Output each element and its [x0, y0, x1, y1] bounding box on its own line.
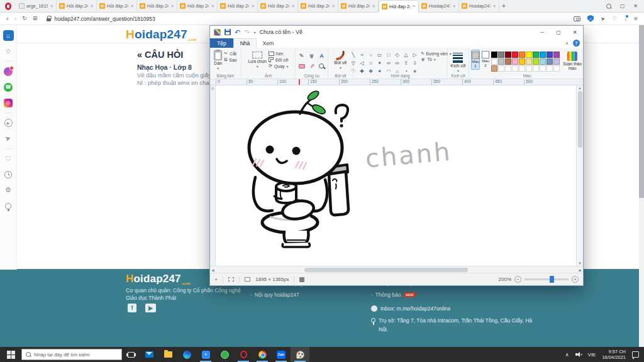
- close-button[interactable]: ✕: [567, 26, 583, 38]
- tab-view[interactable]: Xem: [257, 38, 280, 48]
- shape-icon[interactable]: ≈: [358, 51, 366, 58]
- fill-button[interactable]: Tô▾: [421, 57, 452, 62]
- fill-tool[interactable]: [308, 52, 316, 60]
- vpn-shield-icon[interactable]: ✓: [587, 15, 594, 22]
- collapse-ribbon-icon[interactable]: ∧: [565, 41, 569, 46]
- tab-close-icon[interactable]: ✕: [493, 4, 496, 9]
- taskbar-app-coccoc[interactable]: [215, 347, 234, 362]
- sidebar-whatsapp[interactable]: ☎: [0, 79, 17, 95]
- palette-color[interactable]: [526, 58, 532, 65]
- back-arrows[interactable]: «: [137, 50, 142, 60]
- taskbar-app-edge[interactable]: [177, 347, 196, 362]
- color1-button[interactable]: Màu 1: [471, 50, 480, 70]
- tray-expand-icon[interactable]: ∧: [565, 352, 569, 358]
- palette-color[interactable]: [547, 65, 553, 72]
- sidebar-home[interactable]: ⌂: [0, 28, 17, 43]
- shape-icon[interactable]: ╲: [349, 51, 357, 58]
- palette-color[interactable]: [553, 65, 560, 72]
- color-picker-tool[interactable]: ✎: [308, 62, 316, 70]
- bookmark-heart-icon[interactable]: ♡: [613, 16, 618, 22]
- zoom-slider[interactable]: [525, 278, 569, 280]
- tab-close-icon[interactable]: ✕: [211, 4, 214, 9]
- new-tab-button[interactable]: +: [499, 0, 512, 13]
- start-button[interactable]: [0, 347, 21, 362]
- browser-menu-icon[interactable]: ≡: [634, 15, 638, 22]
- window-close-icon[interactable]: ✕: [633, 3, 638, 9]
- browser-tab[interactable]: H Hoidap247.com ✕: [419, 0, 459, 13]
- select-button[interactable]: Lựa chọn▾: [248, 50, 267, 69]
- browser-tab[interactable]: H Hỏi đáp 247 - b... ✕: [137, 0, 177, 13]
- taskbar-app-chrome[interactable]: [253, 347, 272, 362]
- snapshot-icon[interactable]: [574, 16, 580, 21]
- sidebar-player[interactable]: ▶: [0, 115, 17, 131]
- scroll-down-icon[interactable]: ▼: [578, 261, 582, 265]
- maximize-button[interactable]: ▢: [550, 26, 567, 38]
- palette-color[interactable]: [491, 65, 497, 72]
- scroll-left-icon[interactable]: ◀: [211, 268, 214, 272]
- undo-icon[interactable]: ↶: [235, 28, 240, 36]
- shape-icon[interactable]: ▽: [349, 59, 357, 67]
- resize-button[interactable]: Đổi cỡ: [269, 57, 289, 62]
- sidebar-messenger[interactable]: [0, 63, 17, 79]
- palette-color[interactable]: [526, 52, 532, 58]
- shape-icon[interactable]: ◇: [393, 51, 401, 58]
- browser-tab[interactable]: H Hỏi đáp 247 - b... ✕: [218, 0, 258, 13]
- shape-icon[interactable]: ⇩: [411, 59, 419, 67]
- sidebar-send[interactable]: ➤: [0, 131, 17, 146]
- taskbar-app-opera[interactable]: [234, 347, 253, 362]
- scroll-right-icon[interactable]: ▶: [579, 268, 582, 272]
- sidebar-favorites[interactable]: ♡: [0, 151, 17, 167]
- palette-color[interactable]: [540, 58, 546, 65]
- opera-logo[interactable]: [0, 3, 16, 10]
- reload-icon[interactable]: ↻: [22, 16, 27, 21]
- palette-color[interactable]: [540, 65, 546, 72]
- zoom-in-button[interactable]: +: [572, 276, 579, 283]
- window-restore-icon[interactable]: ▢: [620, 3, 625, 9]
- outline-button[interactable]: ✎Đường viền▾: [421, 51, 452, 56]
- send-to-device-icon[interactable]: ➤: [600, 15, 606, 23]
- vertical-scroll-thumb[interactable]: [578, 91, 582, 148]
- tab-close-icon[interactable]: ✕: [171, 4, 174, 9]
- task-view-button[interactable]: [122, 347, 140, 362]
- taskbar-search[interactable]: Nhập tại đây để tìm kiếm: [21, 349, 122, 360]
- palette-color[interactable]: [547, 58, 553, 65]
- palette-color[interactable]: [553, 52, 560, 58]
- action-center-icon[interactable]: [632, 351, 639, 358]
- tab-close-icon[interactable]: ✕: [292, 4, 295, 9]
- sidebar-settings[interactable]: ⚙: [0, 182, 17, 198]
- zoom-slider-thumb[interactable]: [550, 276, 554, 283]
- browser-tab[interactable]: H Hỏi đáp 247 - b... ✕: [298, 0, 338, 13]
- volume-muted-icon[interactable]: ✕: [575, 352, 582, 358]
- brushes-button[interactable]: Bút vẽ▾: [335, 50, 347, 70]
- palette-color[interactable]: [491, 52, 497, 58]
- search-tabs-icon[interactable]: [606, 4, 611, 9]
- sidebar-search[interactable]: [0, 198, 17, 214]
- scroll-up-icon[interactable]: ▲: [578, 86, 582, 90]
- browser-tab[interactable]: H Hỏi đáp 247 - b... ✕: [177, 0, 218, 13]
- browser-tab[interactable]: H Hỏi đáp 247 - b... ✕: [97, 0, 137, 13]
- shape-icon[interactable]: □: [384, 51, 392, 58]
- browser-tab[interactable]: H Hỏi đáp 247 - t... ✕: [379, 0, 419, 13]
- palette-color[interactable]: [491, 58, 497, 65]
- taskbar-app-file-explorer[interactable]: [158, 347, 177, 362]
- paint-titlebar[interactable]: ↶ ↷ ▾ Chưa có tên - Vẽ ─ ▢ ✕: [210, 26, 583, 38]
- taskbar-clock[interactable]: 9:57 CH 16/04/2021: [602, 349, 626, 361]
- crop-button[interactable]: Xén: [269, 51, 289, 56]
- footer-link[interactable]: ◦ Nội quy hoidap247: [250, 292, 303, 298]
- palette-color[interactable]: [526, 65, 532, 72]
- tab-close-icon[interactable]: ✕: [91, 4, 94, 9]
- forward-icon[interactable]: ›: [14, 15, 17, 22]
- youtube-icon[interactable]: ▶: [145, 304, 156, 312]
- tab-close-icon[interactable]: ✕: [252, 4, 255, 9]
- download-icon[interactable]: ↓: [625, 16, 628, 22]
- tab-close-icon[interactable]: ✕: [50, 4, 53, 9]
- palette-color[interactable]: [519, 58, 525, 65]
- browser-tab[interactable]: arge_16158753... ✕: [16, 0, 57, 13]
- save-icon[interactable]: [225, 29, 231, 35]
- sidebar-history[interactable]: [0, 167, 17, 182]
- redo-icon[interactable]: ↷: [244, 28, 250, 36]
- text-tool[interactable]: A: [318, 52, 326, 60]
- taskbar-app-zalo[interactable]: Zalo: [272, 347, 291, 362]
- pencil-tool[interactable]: ✎: [297, 52, 306, 60]
- shape-icon[interactable]: ✶: [375, 59, 384, 67]
